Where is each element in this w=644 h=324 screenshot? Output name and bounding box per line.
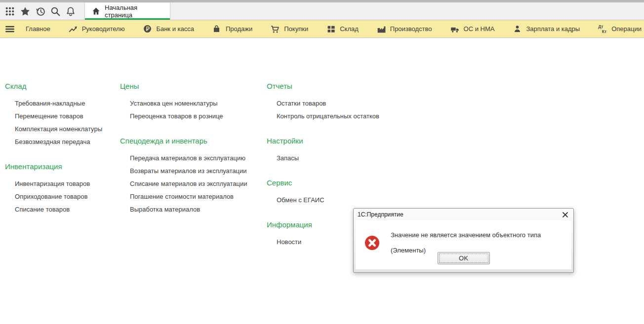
command-link[interactable]: Переоценка товаров в рознице — [130, 110, 223, 123]
section-links: Обмен с ЕГАИС — [267, 194, 644, 207]
command-link[interactable]: Запасы — [277, 152, 299, 165]
links-column-2: ЦеныУстановка цен номенклатурыПереоценка… — [120, 38, 267, 262]
ribbon-item-label: Руководителю — [82, 25, 125, 33]
section-title: Сервис — [267, 178, 644, 188]
command-link[interactable]: Остатки товаров — [277, 97, 326, 110]
close-icon[interactable] — [561, 211, 569, 219]
ruble-icon — [143, 25, 152, 33]
command-link[interactable]: Выработка материалов — [130, 203, 200, 216]
ribbon-item-label: Главное — [26, 25, 50, 33]
list-item: Контроль отрицательных остатков — [267, 110, 644, 123]
list-item: Погашение стоимости материалов — [120, 190, 267, 203]
section-links: Запасы — [267, 152, 644, 165]
command-link[interactable]: Списание товаров — [15, 203, 70, 216]
command-link[interactable]: Инвентаризация товаров — [15, 178, 90, 190]
error-icon — [364, 235, 380, 251]
dtkt-icon: ДтКт — [598, 25, 607, 34]
ribbon-item-label: Зарплата и кадры — [526, 25, 580, 33]
section: ОтчетыОстатки товаровКонтроль отрицатель… — [267, 81, 644, 123]
list-item: Инвентаризация товаров — [5, 178, 120, 190]
command-link[interactable]: Передача материалов в эксплуатацию — [130, 152, 245, 165]
ribbon-item-prodazhi[interactable]: Продажи — [212, 25, 252, 33]
list-item: Списание товаров — [5, 203, 120, 216]
ribbon-item-label: Банк и касса — [156, 25, 194, 33]
section: СкладТребования-накладныеПеремещение тов… — [5, 81, 120, 148]
bell-icon[interactable] — [65, 5, 77, 17]
truck-icon — [450, 24, 459, 34]
section: ИнвентаризацияИнвентаризация товаровОпри… — [5, 162, 120, 216]
bag-icon — [212, 25, 221, 33]
list-item: Запасы — [267, 152, 644, 165]
command-link[interactable]: Комплектация номенклатуры — [15, 123, 102, 136]
ribbon-item-label: ОС и НМА — [464, 25, 495, 33]
ribbon-item-label: Производство — [390, 25, 432, 33]
list-item: Обмен с ЕГАИС — [267, 194, 644, 207]
list-item: Комплектация номенклатуры — [5, 123, 120, 136]
command-link[interactable]: Списание материалов из эксплуатации — [130, 178, 247, 190]
list-item: Установка цен номенклатуры — [120, 97, 267, 110]
star-icon[interactable] — [19, 5, 31, 17]
warehouse-icon — [326, 25, 335, 33]
command-link[interactable]: Установка цен номенклатуры — [130, 97, 218, 110]
home-icon — [92, 7, 100, 15]
dialog-title-bar: 1С:Предприятие — [354, 209, 573, 220]
toolbar-spacer — [170, 2, 644, 20]
section-links: Установка цен номенклатурыПереоценка тов… — [120, 97, 267, 123]
list-item: Остатки товаров — [267, 97, 644, 110]
list-item: Возвраты материалов из эксплуатации — [120, 165, 267, 178]
command-link[interactable]: Новости — [277, 236, 301, 249]
ribbon-item-label: Склад — [340, 25, 359, 33]
section-title: Спецодежда и инвентарь — [120, 136, 267, 146]
hamburger-icon[interactable] — [5, 24, 15, 34]
section-title: Инвентаризация — [5, 162, 120, 172]
ribbon-item-pokupki[interactable]: Покупки — [271, 25, 308, 34]
command-link[interactable]: Безвозмездная передача — [15, 136, 90, 148]
toolbar-buttons — [0, 2, 85, 20]
ribbon-item-glavnoe[interactable]: Главное — [26, 25, 50, 33]
ribbon-item-rukovoditelyu[interactable]: Руководителю — [69, 25, 125, 34]
dialog-body: Значение не является значением объектног… — [356, 220, 571, 269]
section: ЦеныУстановка цен номенклатурыПереоценка… — [120, 81, 267, 123]
list-item: Списание материалов из эксплуатации — [120, 178, 267, 190]
list-item: Выработка материалов — [120, 203, 267, 216]
ribbon-item-label: Продажи — [226, 25, 252, 33]
ribbon-item-operacii[interactable]: ДтКтОперации — [598, 25, 642, 34]
section-title: Настройки — [267, 136, 644, 146]
command-link[interactable]: Погашение стоимости материалов — [130, 190, 234, 203]
ribbon-item-bank-i-kassa[interactable]: Банк и касса — [143, 25, 194, 33]
ribbon-item-sklad[interactable]: Склад — [326, 25, 359, 33]
ribbon-items: ГлавноеРуководителюБанк и кассаПродажиПо… — [26, 24, 644, 34]
list-item: Оприходование товаров — [5, 190, 120, 203]
section: Спецодежда и инвентарьПередача материало… — [120, 136, 267, 216]
command-link[interactable]: Перемещение товаров — [15, 110, 83, 123]
history-icon[interactable] — [35, 5, 46, 17]
section-links: Инвентаризация товаровОприходование това… — [5, 178, 120, 216]
ribbon-item-label: Покупки — [284, 25, 308, 33]
section-links: Передача материалов в эксплуатациюВозвра… — [120, 152, 267, 216]
toolbar: Начальная страница — [0, 2, 644, 20]
section-links: Остатки товаровКонтроль отрицательных ос… — [267, 97, 644, 123]
person-icon — [513, 25, 522, 33]
ribbon-item-proizvodstvo[interactable]: Производство — [377, 25, 432, 34]
links-column-1: СкладТребования-накладныеПеремещение тов… — [5, 38, 120, 262]
ribbon-item-os-i-nma[interactable]: ОС и НМА — [450, 24, 495, 34]
section-title: Отчеты — [267, 81, 644, 91]
ribbon-item-label: Операции — [611, 25, 642, 33]
tab-label: Начальная страница — [105, 4, 163, 19]
section: НастройкиЗапасы — [267, 136, 644, 165]
tab-home-page[interactable]: Начальная страница — [85, 2, 170, 20]
apps-grid-icon[interactable] — [4, 5, 16, 17]
section: СервисОбмен с ЕГАИС — [267, 178, 644, 207]
list-item: Переоценка товаров в рознице — [120, 110, 267, 123]
command-link[interactable]: Оприходование товаров — [15, 190, 87, 203]
ribbon-item-zarplata[interactable]: Зарплата и кадры — [513, 25, 580, 33]
command-link[interactable]: Контроль отрицательных остатков — [277, 110, 379, 123]
list-item: Передача материалов в эксплуатацию — [120, 152, 267, 165]
dialog-title: 1С:Предприятие — [358, 211, 403, 218]
command-link[interactable]: Обмен с ЕГАИС — [277, 194, 324, 207]
command-link[interactable]: Требования-накладные — [15, 97, 85, 110]
section-links: Требования-накладныеПеремещение товаровК… — [5, 97, 120, 148]
ok-button[interactable]: OK — [438, 252, 490, 264]
search-icon[interactable] — [49, 5, 61, 17]
command-link[interactable]: Возвраты материалов из эксплуатации — [130, 165, 247, 178]
